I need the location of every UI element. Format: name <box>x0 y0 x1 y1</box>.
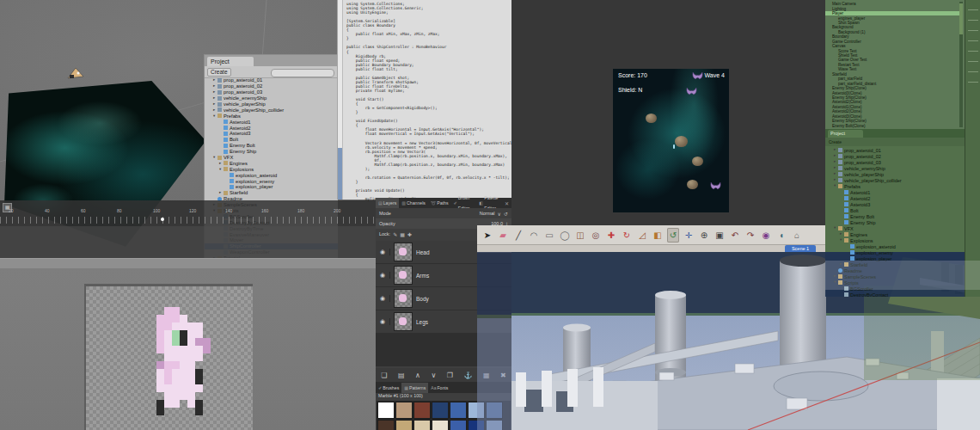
rotate-icon[interactable]: ↻ <box>621 228 633 243</box>
orbit-icon[interactable]: ↺ <box>667 228 679 243</box>
new-layer-icon[interactable]: ❏ <box>381 372 387 379</box>
tree-item[interactable]: ▸vehicle_enemyShip <box>825 165 959 171</box>
select-icon[interactable]: ➤ <box>481 228 493 243</box>
tree-item[interactable]: explosion_player <box>205 184 338 190</box>
scale-icon[interactable]: ◿ <box>636 228 648 243</box>
tree-item[interactable]: Asteroid2 <box>205 125 338 131</box>
tree-item[interactable]: ▸vehicle_playerShip_collider <box>205 107 338 113</box>
tree-item[interactable]: Enemy Ship <box>825 219 959 225</box>
pattern-swatch[interactable] <box>413 420 431 430</box>
tree-item[interactable]: ▸prop_asteroid_03 <box>825 159 959 165</box>
line-icon[interactable]: ╱ <box>512 228 524 243</box>
eraser-icon[interactable]: ▰ <box>497 228 509 243</box>
lock-icon[interactable]: ✎ <box>393 232 397 237</box>
paint-bucket-icon[interactable]: ◧ <box>652 228 664 243</box>
hierarchy-scrollbar[interactable] <box>959 2 963 127</box>
tree-item[interactable]: ▾Explosions <box>205 166 338 172</box>
circle-icon[interactable]: ◯ <box>559 228 571 243</box>
tree-item[interactable]: Enemy Bolt <box>205 143 338 149</box>
zoom-extents-icon[interactable]: ▣ <box>714 228 726 243</box>
tree-item[interactable]: ▸prop_asteroid_02 <box>825 153 959 159</box>
pattern-swatch[interactable] <box>432 402 449 419</box>
pattern-swatch[interactable] <box>413 402 431 419</box>
tree-item[interactable]: explosion_enemy <box>205 178 338 184</box>
visibility-eye-icon[interactable]: ◉ <box>376 249 390 255</box>
tree-item[interactable]: explosion_enemy <box>825 249 959 255</box>
hierarchy-scroll-thumb[interactable] <box>959 3 963 34</box>
tree-item[interactable]: ▾VFX <box>205 155 338 161</box>
tree-item[interactable]: ▾Prefabs <box>825 183 959 189</box>
tree-item[interactable]: Asteroid1 <box>825 189 959 195</box>
new-group-icon[interactable]: ▤ <box>398 372 405 379</box>
dock-tab-brushes[interactable]: ✐Brushes <box>376 383 401 393</box>
gimp-tab-paths[interactable]: ➰Paths <box>428 198 451 208</box>
tree-item[interactable]: DestroyByContact <box>825 292 959 297</box>
rectangle-icon[interactable]: ▭ <box>543 228 555 243</box>
dock-tab-patterns[interactable]: ▦Patterns <box>401 383 428 393</box>
pattern-swatch[interactable] <box>450 420 467 430</box>
mode-value[interactable]: Normal <box>480 211 495 216</box>
tree-item[interactable]: ▸Starfield <box>205 190 338 196</box>
previous-icon[interactable]: ↶ <box>729 228 741 243</box>
playhead-marker[interactable] <box>161 218 164 221</box>
transparency-canvas[interactable] <box>84 284 253 430</box>
pattern-swatch[interactable] <box>395 420 413 430</box>
push-pull-icon[interactable]: ◫ <box>574 228 586 243</box>
code-scroll-thumb[interactable] <box>338 148 342 200</box>
look-around-icon[interactable]: ◖ <box>775 228 787 243</box>
gimp-tab-brush-editor[interactable]: ✐Brush Editor <box>450 198 476 208</box>
scene-tab[interactable]: Scene 1 <box>785 245 816 252</box>
tree-item[interactable]: Bolt <box>825 207 959 213</box>
tree-item[interactable]: ▸vehicle_playerShip <box>825 171 959 177</box>
tree-item[interactable]: ▸prop_asteroid_01 <box>825 147 959 153</box>
tree-item[interactable]: ▾Explosions <box>825 237 959 243</box>
tree-item[interactable]: Bolt <box>205 137 338 143</box>
offset-icon[interactable]: ◎ <box>590 228 602 243</box>
timeline-panel[interactable]: ▦ 20406080100120140160180200 <box>0 200 376 226</box>
code-editor[interactable]: using System.Collections; using System.C… <box>337 0 512 200</box>
tree-item[interactable]: Asteroid3 <box>205 131 338 137</box>
pattern-swatch[interactable] <box>377 402 395 419</box>
ship-model[interactable] <box>67 65 84 81</box>
walk-icon[interactable]: ⌂ <box>791 228 803 243</box>
timeline-ruler[interactable] <box>0 217 376 224</box>
switch-icon[interactable]: ↺ <box>504 211 508 217</box>
close-icon[interactable]: ✕ <box>505 200 511 206</box>
anchor-layer-icon[interactable]: ⚓ <box>463 372 472 379</box>
pan-icon[interactable]: ✛ <box>683 228 695 243</box>
tree-item[interactable]: ▸vehicle_enemyShip <box>205 95 338 101</box>
tree-item[interactable]: Asteroid3 <box>825 201 959 207</box>
position-camera-icon[interactable]: ◉ <box>760 228 772 243</box>
visibility-eye-icon[interactable]: ◉ <box>376 295 390 302</box>
tree-item[interactable]: ▾Prefabs <box>205 113 338 119</box>
tree-item[interactable]: Enemy Bolt(Clone) <box>825 123 959 127</box>
lower-layer-icon[interactable]: ∨ <box>431 372 436 379</box>
next-icon[interactable]: ↷ <box>744 228 756 243</box>
arc-icon[interactable]: ◠ <box>528 228 540 243</box>
gimp-tab-layers[interactable]: ▤Layers <box>376 198 399 208</box>
tree-item[interactable]: Asteroid2 <box>825 195 959 201</box>
move-icon[interactable]: ✚ <box>605 228 617 243</box>
zoom-icon[interactable]: ⊕ <box>698 228 710 243</box>
gimp-tab-palette-editor[interactable]: ◧Palette Editor <box>477 198 505 208</box>
tree-item[interactable]: ▸prop_asteroid_02 <box>205 83 338 89</box>
gimp-tab-channels[interactable]: ▥Channels <box>399 198 428 208</box>
tree-item[interactable]: Enemy Bolt <box>825 213 959 219</box>
raise-layer-icon[interactable]: ∧ <box>415 372 420 379</box>
tree-item[interactable]: ▾VFX <box>825 225 959 231</box>
pattern-swatch[interactable] <box>377 420 395 430</box>
visibility-eye-icon[interactable]: ◉ <box>376 318 390 325</box>
game-view[interactable]: Score: 170 Shield: N Wave 4 <box>613 69 729 212</box>
tree-item[interactable]: explosion_asteroid <box>825 243 959 249</box>
duplicate-layer-icon[interactable]: ❐ <box>447 372 453 379</box>
tree-item[interactable]: ▸prop_asteroid_01 <box>205 77 338 83</box>
tree-item[interactable]: ▸Engines <box>825 231 959 237</box>
right-create-row[interactable]: Create <box>825 138 980 146</box>
tree-item[interactable]: ▸vehicle_playerShip <box>205 101 338 108</box>
pattern-swatch[interactable] <box>432 420 449 430</box>
tree-item[interactable]: explosion_asteroid <box>205 172 338 178</box>
tree-item[interactable]: ▸vehicle_playerShip_collider <box>825 177 959 183</box>
search-input[interactable] <box>271 69 334 77</box>
tab-project-right[interactable]: Project <box>828 130 863 138</box>
code-scrollbar[interactable] <box>338 0 343 200</box>
